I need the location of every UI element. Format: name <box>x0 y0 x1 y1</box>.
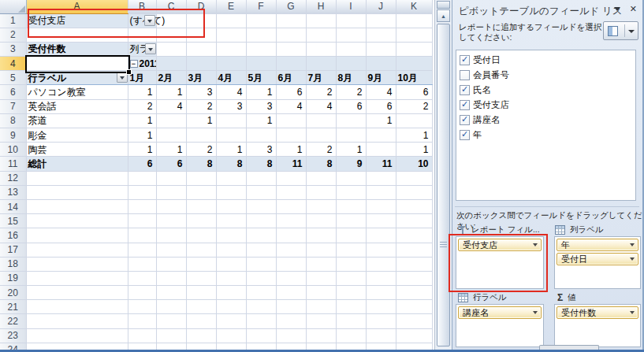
row-header-14[interactable]: 14 <box>0 199 26 213</box>
cell-E14[interactable] <box>216 199 246 213</box>
report-filter-area[interactable]: 受付支店 <box>456 236 544 289</box>
cell-K4[interactable] <box>396 57 432 71</box>
cell-E3[interactable] <box>216 42 246 56</box>
cell-G19[interactable] <box>276 271 306 285</box>
cell-C19[interactable] <box>156 271 186 285</box>
cell-B19[interactable] <box>128 271 156 285</box>
cell-H13[interactable] <box>306 185 336 199</box>
pivot-value-cell[interactable]: 3 <box>246 143 276 157</box>
pivot-value-cell[interactable]: 2 <box>128 99 156 113</box>
column-header-D[interactable]: D <box>186 0 216 13</box>
cell-D15[interactable] <box>186 214 216 228</box>
field-button[interactable]: 受付日 <box>557 253 638 265</box>
field-item[interactable]: ✓氏名 <box>456 83 635 98</box>
cell-G20[interactable] <box>276 286 306 300</box>
field-button[interactable]: 年 <box>557 239 638 251</box>
filter-dropdown-button[interactable] <box>144 15 155 26</box>
pivot-value-cell[interactable]: 1 <box>336 143 366 157</box>
cell-E20[interactable] <box>216 286 246 300</box>
cell-B2[interactable] <box>128 28 156 42</box>
row-header-13[interactable]: 13 <box>0 185 26 199</box>
row-header-15[interactable]: 15 <box>0 214 26 228</box>
measure-cell[interactable]: 受付件数 <box>26 42 128 56</box>
pivot-total-value[interactable]: 11 <box>366 157 396 171</box>
cell-I4[interactable] <box>336 57 366 71</box>
pivot-month-header[interactable]: 1月 <box>128 71 156 85</box>
cell-B21[interactable] <box>128 300 156 314</box>
cell-G15[interactable] <box>276 214 306 228</box>
cell-E13[interactable] <box>216 185 246 199</box>
row-header-23[interactable]: 23 <box>0 328 26 343</box>
cell-A14[interactable] <box>26 199 128 213</box>
pivot-value-cell[interactable]: 1 <box>396 128 432 143</box>
cell-F13[interactable] <box>246 185 276 199</box>
cell-A22[interactable] <box>26 314 128 328</box>
cell-D19[interactable] <box>186 271 216 285</box>
column-header-F[interactable]: F <box>246 0 276 13</box>
spreadsheet-grid[interactable]: ABCDEFGHIJK1受付支店(すべて)23受付件数列ラベル4−2011年5行… <box>0 0 433 352</box>
pivot-total-value[interactable]: 6 <box>128 157 156 171</box>
checked-checkbox[interactable]: ✓ <box>460 115 470 125</box>
pivot-value-cell[interactable]: 6 <box>336 99 366 113</box>
cell-I22[interactable] <box>336 314 366 328</box>
cell-C12[interactable] <box>156 171 186 185</box>
pivot-value-cell[interactable]: 1 <box>156 143 186 157</box>
cell-G13[interactable] <box>276 185 306 199</box>
cell-E15[interactable] <box>216 214 246 228</box>
cell-K13[interactable] <box>396 185 432 199</box>
cell-I18[interactable] <box>336 257 366 271</box>
cell-A18[interactable] <box>26 257 128 271</box>
cell-G14[interactable] <box>276 199 306 213</box>
cell-H2[interactable] <box>306 28 336 42</box>
row-header-11[interactable]: 11 <box>0 157 26 171</box>
pivot-value-cell[interactable]: 3 <box>246 99 276 113</box>
row-labels-area[interactable]: 講座名 <box>456 304 544 347</box>
pivot-month-header[interactable]: 7月 <box>306 71 336 85</box>
cell-I15[interactable] <box>336 214 366 228</box>
row-header-1[interactable]: 1 <box>0 13 26 28</box>
column-header-I[interactable]: I <box>336 0 366 13</box>
pivot-month-header[interactable]: 4月 <box>216 71 246 85</box>
column-labels-cell[interactable]: 列ラベル <box>128 42 156 56</box>
cell-J1[interactable] <box>366 13 396 28</box>
column-header-C[interactable]: C <box>156 0 186 13</box>
checked-checkbox[interactable]: ✓ <box>460 85 470 95</box>
cell-E16[interactable] <box>216 228 246 243</box>
cell-F14[interactable] <box>246 199 276 213</box>
cell-H22[interactable] <box>306 314 336 328</box>
cell-I21[interactable] <box>336 300 366 314</box>
cell-J23[interactable] <box>366 328 396 343</box>
pivot-value-cell[interactable] <box>156 113 186 128</box>
cell-E21[interactable] <box>216 300 246 314</box>
cell-D3[interactable] <box>186 42 216 56</box>
cell-G1[interactable] <box>276 13 306 28</box>
pivot-value-cell[interactable]: 1 <box>246 85 276 99</box>
cell-A4[interactable] <box>26 57 128 71</box>
report-filter-field-cell[interactable]: 受付支店 <box>26 13 128 28</box>
field-button[interactable]: 受付件数 <box>557 306 638 319</box>
cell-J2[interactable] <box>366 28 396 42</box>
cell-J15[interactable] <box>366 214 396 228</box>
cell-D13[interactable] <box>186 185 216 199</box>
column-header-E[interactable]: E <box>216 0 246 13</box>
column-labels-area[interactable]: 年受付日 <box>554 236 641 289</box>
pivot-row-label[interactable]: 英会話 <box>26 99 128 113</box>
pivot-row-label[interactable]: 茶道 <box>26 113 128 128</box>
report-filter-value-cell[interactable]: (すべて) <box>128 13 156 28</box>
cell-E1[interactable] <box>216 13 246 28</box>
cell-D16[interactable] <box>186 228 216 243</box>
cell-K3[interactable] <box>396 42 432 56</box>
cell-F23[interactable] <box>246 328 276 343</box>
cell-D22[interactable] <box>186 314 216 328</box>
pivot-row-label[interactable]: 陶芸 <box>26 143 128 157</box>
row-header-22[interactable]: 22 <box>0 314 26 328</box>
row-labels-dropdown-button[interactable] <box>117 72 128 83</box>
cell-B17[interactable] <box>128 243 156 257</box>
pivot-month-header[interactable]: 8月 <box>336 71 366 85</box>
cell-G16[interactable] <box>276 228 306 243</box>
row-header-18[interactable]: 18 <box>0 257 26 271</box>
checked-checkbox[interactable]: ✓ <box>460 55 470 65</box>
pivot-row-label[interactable]: パソコン教室 <box>26 85 128 99</box>
panel-menu-chevron-icon[interactable] <box>614 7 620 14</box>
cell-K15[interactable] <box>396 214 432 228</box>
